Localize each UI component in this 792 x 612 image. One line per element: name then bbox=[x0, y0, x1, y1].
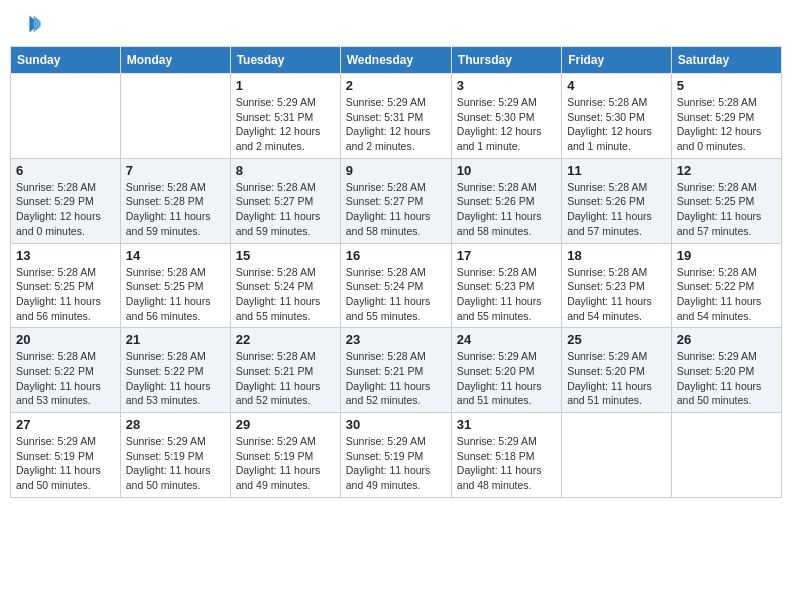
calendar-cell: 13Sunrise: 5:28 AMSunset: 5:25 PMDayligh… bbox=[11, 243, 121, 328]
day-number: 1 bbox=[236, 78, 335, 93]
calendar-cell: 5Sunrise: 5:28 AMSunset: 5:29 PMDaylight… bbox=[671, 74, 781, 159]
calendar-cell: 24Sunrise: 5:29 AMSunset: 5:20 PMDayligh… bbox=[451, 328, 561, 413]
day-info: Sunrise: 5:28 AMSunset: 5:23 PMDaylight:… bbox=[457, 265, 556, 324]
day-number: 25 bbox=[567, 332, 666, 347]
day-number: 5 bbox=[677, 78, 776, 93]
calendar-cell: 8Sunrise: 5:28 AMSunset: 5:27 PMDaylight… bbox=[230, 158, 340, 243]
calendar-cell: 29Sunrise: 5:29 AMSunset: 5:19 PMDayligh… bbox=[230, 413, 340, 498]
day-of-week-header: Sunday bbox=[11, 47, 121, 74]
day-of-week-header: Tuesday bbox=[230, 47, 340, 74]
day-info: Sunrise: 5:28 AMSunset: 5:22 PMDaylight:… bbox=[126, 349, 225, 408]
calendar-cell: 6Sunrise: 5:28 AMSunset: 5:29 PMDaylight… bbox=[11, 158, 121, 243]
day-info: Sunrise: 5:29 AMSunset: 5:19 PMDaylight:… bbox=[16, 434, 115, 493]
day-number: 15 bbox=[236, 248, 335, 263]
day-info: Sunrise: 5:28 AMSunset: 5:21 PMDaylight:… bbox=[236, 349, 335, 408]
calendar-cell: 17Sunrise: 5:28 AMSunset: 5:23 PMDayligh… bbox=[451, 243, 561, 328]
day-number: 31 bbox=[457, 417, 556, 432]
calendar-cell: 9Sunrise: 5:28 AMSunset: 5:27 PMDaylight… bbox=[340, 158, 451, 243]
day-number: 14 bbox=[126, 248, 225, 263]
day-number: 7 bbox=[126, 163, 225, 178]
day-of-week-header: Saturday bbox=[671, 47, 781, 74]
day-number: 6 bbox=[16, 163, 115, 178]
calendar-cell bbox=[562, 413, 672, 498]
day-number: 24 bbox=[457, 332, 556, 347]
day-info: Sunrise: 5:29 AMSunset: 5:31 PMDaylight:… bbox=[236, 95, 335, 154]
calendar-cell: 4Sunrise: 5:28 AMSunset: 5:30 PMDaylight… bbox=[562, 74, 672, 159]
day-number: 16 bbox=[346, 248, 446, 263]
calendar-cell: 12Sunrise: 5:28 AMSunset: 5:25 PMDayligh… bbox=[671, 158, 781, 243]
logo-icon bbox=[14, 10, 42, 38]
day-of-week-header: Thursday bbox=[451, 47, 561, 74]
day-number: 30 bbox=[346, 417, 446, 432]
day-info: Sunrise: 5:28 AMSunset: 5:22 PMDaylight:… bbox=[16, 349, 115, 408]
calendar-cell: 15Sunrise: 5:28 AMSunset: 5:24 PMDayligh… bbox=[230, 243, 340, 328]
day-info: Sunrise: 5:28 AMSunset: 5:29 PMDaylight:… bbox=[16, 180, 115, 239]
day-number: 29 bbox=[236, 417, 335, 432]
day-info: Sunrise: 5:28 AMSunset: 5:24 PMDaylight:… bbox=[236, 265, 335, 324]
calendar-cell: 22Sunrise: 5:28 AMSunset: 5:21 PMDayligh… bbox=[230, 328, 340, 413]
day-number: 26 bbox=[677, 332, 776, 347]
day-number: 21 bbox=[126, 332, 225, 347]
day-number: 17 bbox=[457, 248, 556, 263]
day-info: Sunrise: 5:28 AMSunset: 5:25 PMDaylight:… bbox=[126, 265, 225, 324]
day-of-week-header: Friday bbox=[562, 47, 672, 74]
day-number: 23 bbox=[346, 332, 446, 347]
calendar-cell: 3Sunrise: 5:29 AMSunset: 5:30 PMDaylight… bbox=[451, 74, 561, 159]
calendar-cell: 11Sunrise: 5:28 AMSunset: 5:26 PMDayligh… bbox=[562, 158, 672, 243]
day-info: Sunrise: 5:29 AMSunset: 5:18 PMDaylight:… bbox=[457, 434, 556, 493]
calendar-cell: 31Sunrise: 5:29 AMSunset: 5:18 PMDayligh… bbox=[451, 413, 561, 498]
day-number: 11 bbox=[567, 163, 666, 178]
day-number: 2 bbox=[346, 78, 446, 93]
calendar-cell: 14Sunrise: 5:28 AMSunset: 5:25 PMDayligh… bbox=[120, 243, 230, 328]
day-number: 8 bbox=[236, 163, 335, 178]
calendar-cell: 10Sunrise: 5:28 AMSunset: 5:26 PMDayligh… bbox=[451, 158, 561, 243]
day-info: Sunrise: 5:29 AMSunset: 5:19 PMDaylight:… bbox=[126, 434, 225, 493]
day-number: 22 bbox=[236, 332, 335, 347]
day-info: Sunrise: 5:29 AMSunset: 5:19 PMDaylight:… bbox=[346, 434, 446, 493]
day-info: Sunrise: 5:29 AMSunset: 5:31 PMDaylight:… bbox=[346, 95, 446, 154]
calendar-cell: 26Sunrise: 5:29 AMSunset: 5:20 PMDayligh… bbox=[671, 328, 781, 413]
calendar-cell: 19Sunrise: 5:28 AMSunset: 5:22 PMDayligh… bbox=[671, 243, 781, 328]
day-number: 12 bbox=[677, 163, 776, 178]
logo bbox=[14, 10, 46, 38]
day-number: 18 bbox=[567, 248, 666, 263]
day-info: Sunrise: 5:28 AMSunset: 5:25 PMDaylight:… bbox=[677, 180, 776, 239]
calendar-cell: 28Sunrise: 5:29 AMSunset: 5:19 PMDayligh… bbox=[120, 413, 230, 498]
calendar-cell: 23Sunrise: 5:28 AMSunset: 5:21 PMDayligh… bbox=[340, 328, 451, 413]
day-number: 3 bbox=[457, 78, 556, 93]
calendar-cell: 20Sunrise: 5:28 AMSunset: 5:22 PMDayligh… bbox=[11, 328, 121, 413]
day-of-week-header: Monday bbox=[120, 47, 230, 74]
day-info: Sunrise: 5:29 AMSunset: 5:20 PMDaylight:… bbox=[567, 349, 666, 408]
day-info: Sunrise: 5:28 AMSunset: 5:30 PMDaylight:… bbox=[567, 95, 666, 154]
calendar-cell: 30Sunrise: 5:29 AMSunset: 5:19 PMDayligh… bbox=[340, 413, 451, 498]
day-number: 28 bbox=[126, 417, 225, 432]
calendar-cell: 18Sunrise: 5:28 AMSunset: 5:23 PMDayligh… bbox=[562, 243, 672, 328]
calendar-cell: 2Sunrise: 5:29 AMSunset: 5:31 PMDaylight… bbox=[340, 74, 451, 159]
calendar-cell bbox=[120, 74, 230, 159]
calendar-cell: 1Sunrise: 5:29 AMSunset: 5:31 PMDaylight… bbox=[230, 74, 340, 159]
calendar-cell: 21Sunrise: 5:28 AMSunset: 5:22 PMDayligh… bbox=[120, 328, 230, 413]
day-number: 27 bbox=[16, 417, 115, 432]
day-info: Sunrise: 5:29 AMSunset: 5:30 PMDaylight:… bbox=[457, 95, 556, 154]
day-info: Sunrise: 5:29 AMSunset: 5:20 PMDaylight:… bbox=[457, 349, 556, 408]
page-header bbox=[10, 10, 782, 38]
calendar-cell: 7Sunrise: 5:28 AMSunset: 5:28 PMDaylight… bbox=[120, 158, 230, 243]
calendar-table: SundayMondayTuesdayWednesdayThursdayFrid… bbox=[10, 46, 782, 498]
calendar-cell: 25Sunrise: 5:29 AMSunset: 5:20 PMDayligh… bbox=[562, 328, 672, 413]
day-info: Sunrise: 5:28 AMSunset: 5:25 PMDaylight:… bbox=[16, 265, 115, 324]
day-number: 20 bbox=[16, 332, 115, 347]
day-info: Sunrise: 5:28 AMSunset: 5:21 PMDaylight:… bbox=[346, 349, 446, 408]
calendar-week-row: 27Sunrise: 5:29 AMSunset: 5:19 PMDayligh… bbox=[11, 413, 782, 498]
day-info: Sunrise: 5:28 AMSunset: 5:26 PMDaylight:… bbox=[457, 180, 556, 239]
day-info: Sunrise: 5:28 AMSunset: 5:29 PMDaylight:… bbox=[677, 95, 776, 154]
calendar-cell bbox=[671, 413, 781, 498]
day-number: 9 bbox=[346, 163, 446, 178]
day-number: 4 bbox=[567, 78, 666, 93]
day-info: Sunrise: 5:28 AMSunset: 5:26 PMDaylight:… bbox=[567, 180, 666, 239]
day-number: 19 bbox=[677, 248, 776, 263]
calendar-header-row: SundayMondayTuesdayWednesdayThursdayFrid… bbox=[11, 47, 782, 74]
day-info: Sunrise: 5:28 AMSunset: 5:28 PMDaylight:… bbox=[126, 180, 225, 239]
day-number: 13 bbox=[16, 248, 115, 263]
calendar-week-row: 13Sunrise: 5:28 AMSunset: 5:25 PMDayligh… bbox=[11, 243, 782, 328]
calendar-week-row: 6Sunrise: 5:28 AMSunset: 5:29 PMDaylight… bbox=[11, 158, 782, 243]
